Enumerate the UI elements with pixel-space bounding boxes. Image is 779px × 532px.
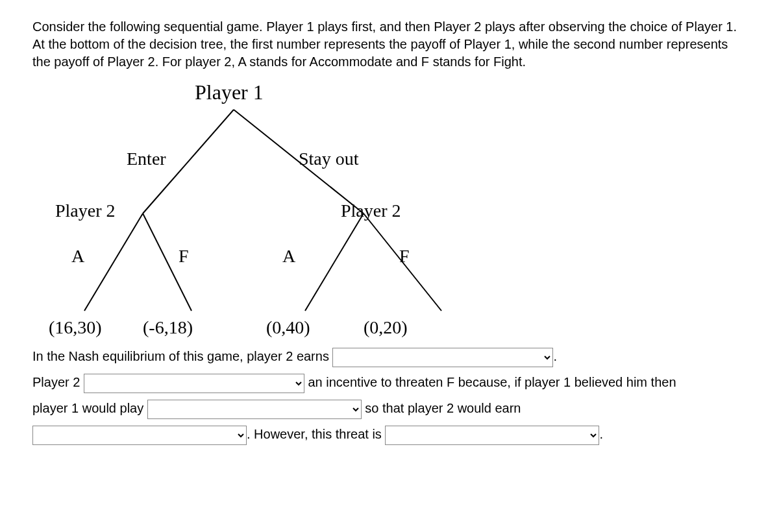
payoff-stay-a: (0,40) xyxy=(266,317,310,338)
answer-text-3b: so that player 2 would earn xyxy=(365,401,521,415)
dropdown-p2-would-earn[interactable] xyxy=(32,426,247,445)
branch-left-a: A xyxy=(71,246,84,267)
payoff-enter-a: (16,30) xyxy=(49,317,102,338)
period-1: . xyxy=(553,349,557,363)
payoff-stay-f: (0,20) xyxy=(364,317,408,338)
dropdown-p2-incentive[interactable] xyxy=(84,374,304,393)
branch-enter: Enter xyxy=(127,149,166,169)
answer-text-2a: Player 2 xyxy=(32,375,80,389)
answer-text-3a: player 1 would play xyxy=(32,401,143,415)
dropdown-p2-earns[interactable] xyxy=(332,348,553,367)
branch-left-f: F xyxy=(179,246,189,267)
period-2: . xyxy=(599,427,603,441)
branch-right-a: A xyxy=(282,246,295,267)
svg-line-2 xyxy=(84,213,143,311)
branch-stayout: Stay out xyxy=(299,149,359,169)
answer-text-2b: an incentive to threaten F because, if p… xyxy=(308,375,676,389)
payoff-enter-f: (-6,18) xyxy=(143,317,193,338)
answer-text-1: In the Nash equilibrium of this game, pl… xyxy=(32,349,329,363)
answer-text-4a: . However, this threat is xyxy=(247,427,382,441)
dropdown-p1-play[interactable] xyxy=(147,400,362,419)
question-prompt: Consider the following sequential game. … xyxy=(32,18,747,71)
branch-right-f: F xyxy=(399,246,410,267)
svg-line-4 xyxy=(305,213,364,311)
answer-paragraph: In the Nash equilibrium of this game, pl… xyxy=(32,343,747,447)
node-player1: Player 1 xyxy=(195,80,264,104)
dropdown-threat[interactable] xyxy=(385,426,599,445)
node-player2-left: Player 2 xyxy=(55,200,116,221)
decision-tree: Player 1 Enter Stay out Player 2 Player … xyxy=(26,77,480,343)
node-player2-right: Player 2 xyxy=(341,200,401,221)
